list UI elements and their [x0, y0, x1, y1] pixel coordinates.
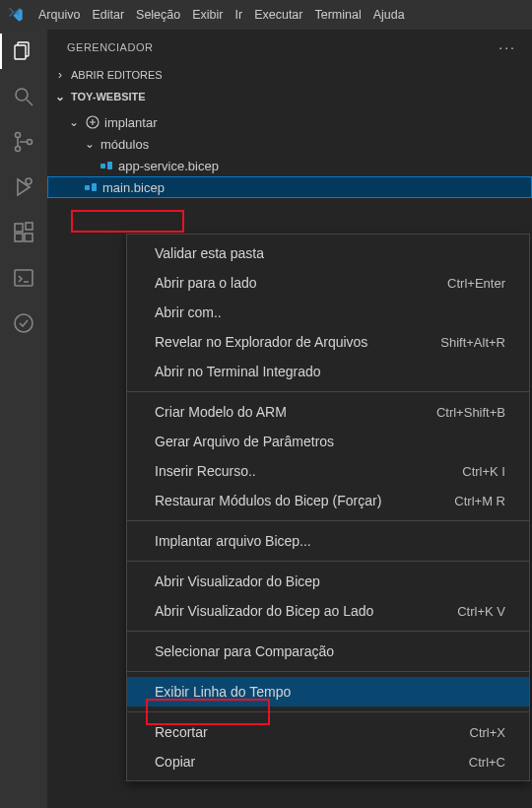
menu-executar[interactable]: Executar: [249, 5, 307, 25]
context-menu-item[interactable]: RecortarCtrl+X: [127, 717, 529, 747]
menu-arquivo[interactable]: Arquivo: [33, 5, 85, 25]
context-menu-item[interactable]: CopiarCtrl+C: [127, 747, 529, 776]
svg-rect-17: [85, 185, 90, 190]
svg-rect-1: [15, 45, 26, 59]
svg-point-13: [15, 314, 33, 332]
explorer-header: GERENCIADOR ···: [47, 30, 532, 64]
activity-bar: [0, 30, 47, 808]
keyboard-shortcut: Ctrl+Enter: [447, 276, 505, 291]
run-debug-icon[interactable]: [10, 173, 37, 201]
open-editors-section[interactable]: › ABRIR EDITORES: [47, 64, 532, 86]
context-menu-item[interactable]: Revelar no Explorador de ArquivosShift+A…: [127, 327, 529, 357]
context-menu-item[interactable]: Selecionar para Comparação: [127, 637, 529, 666]
folder-label: implantar: [104, 115, 157, 130]
chevron-right-icon: ›: [53, 68, 67, 82]
context-menu: Validar esta pastaAbrir para o ladoCtrl+…: [126, 234, 530, 781]
check-circle-icon[interactable]: [10, 309, 37, 337]
context-menu-label: Abrir com..: [155, 304, 222, 320]
chevron-down-icon: ⌄: [83, 137, 97, 151]
context-menu-label: Restaurar Módulos do Bicep (Forçar): [155, 493, 381, 508]
menu-editar[interactable]: Editar: [87, 5, 129, 25]
context-menu-label: Inserir Recurso..: [155, 463, 256, 479]
context-menu-item[interactable]: Abrir com..: [127, 298, 529, 327]
context-menu-item[interactable]: Gerar Arquivo de Parâmetros: [127, 427, 529, 456]
context-menu-item[interactable]: Exibir Linha do Tempo: [127, 677, 529, 707]
context-menu-label: Abrir para o lado: [155, 275, 257, 291]
explorer-icon[interactable]: [10, 37, 37, 65]
file-main-bicep[interactable]: main.bicep: [47, 176, 532, 198]
context-menu-item[interactable]: Abrir Visualizador do Bicep ao LadoCtrl+…: [127, 596, 529, 626]
menu-ir[interactable]: Ir: [231, 5, 248, 25]
context-menu-label: Abrir Visualizador do Bicep ao Lado: [155, 603, 373, 619]
svg-rect-18: [92, 183, 97, 191]
svg-rect-10: [25, 234, 33, 241]
chevron-down-icon: ⌄: [67, 115, 81, 129]
context-menu-separator: [127, 391, 529, 392]
file-label: main.bicep: [102, 180, 165, 195]
chevron-down-icon: ⌄: [53, 90, 67, 103]
keyboard-shortcut: Ctrl+M R: [454, 494, 505, 508]
context-menu-item[interactable]: Validar esta pasta: [127, 238, 529, 268]
context-menu-item[interactable]: Abrir Visualizador do Bicep: [127, 567, 529, 596]
keyboard-shortcut: Ctrl+K V: [457, 604, 505, 619]
keyboard-shortcut: Ctrl+K I: [462, 464, 505, 479]
extensions-icon[interactable]: [10, 219, 37, 246]
context-menu-item[interactable]: Restaurar Módulos do Bicep (Forçar)Ctrl+…: [127, 486, 529, 515]
keyboard-shortcut: Ctrl+Shift+B: [436, 405, 505, 420]
svg-point-5: [16, 147, 21, 152]
folder-label: módulos: [100, 137, 149, 152]
folder-implantar[interactable]: ⌄ implantar: [47, 111, 532, 133]
menu-exibir[interactable]: Exibir: [187, 5, 228, 25]
folder-modulos[interactable]: ⌄ módulos: [47, 133, 532, 155]
svg-rect-9: [15, 234, 23, 241]
context-menu-separator: [127, 631, 529, 632]
bicep-file-icon: [99, 158, 114, 173]
svg-rect-12: [15, 270, 33, 286]
svg-point-4: [16, 133, 21, 138]
context-menu-label: Abrir no Terminal Integrado: [155, 364, 321, 379]
svg-line-3: [27, 100, 33, 105]
search-icon[interactable]: [10, 83, 37, 110]
context-menu-label: Implantar arquivo Bicep...: [155, 533, 311, 549]
bicep-file-icon: [83, 179, 99, 195]
file-app-service[interactable]: app-service.bicep: [47, 155, 532, 176]
keyboard-shortcut: Ctrl+C: [469, 755, 505, 770]
source-control-icon[interactable]: [10, 128, 37, 156]
context-menu-item[interactable]: Abrir no Terminal Integrado: [127, 357, 529, 386]
context-menu-label: Copiar: [155, 754, 195, 770]
context-menu-item[interactable]: Inserir Recurso..Ctrl+K I: [127, 456, 529, 486]
workspace-label: TOY-WEBSITE: [71, 91, 146, 102]
context-menu-separator: [127, 671, 529, 672]
titlebar: Arquivo Editar Seleção Exibir Ir Executa…: [0, 0, 532, 30]
context-menu-label: Validar esta pasta: [155, 245, 264, 261]
context-menu-item[interactable]: Implantar arquivo Bicep...: [127, 526, 529, 556]
explorer-title: GERENCIADOR: [67, 41, 153, 53]
context-menu-item[interactable]: Criar Modelo do ARMCtrl+Shift+B: [127, 397, 529, 427]
terminal-panel-icon[interactable]: [10, 264, 37, 292]
context-menu-separator: [127, 561, 529, 562]
context-menu-label: Exibir Linha do Tempo: [155, 684, 291, 700]
file-label: app-service.bicep: [118, 159, 219, 173]
menu-selecao[interactable]: Seleção: [131, 5, 185, 25]
svg-rect-15: [100, 164, 105, 168]
keyboard-shortcut: Ctrl+X: [470, 725, 505, 740]
svg-point-2: [16, 89, 28, 101]
keyboard-shortcut: Shift+Alt+R: [440, 335, 505, 350]
svg-point-6: [28, 140, 33, 145]
vscode-logo-icon: [8, 7, 24, 23]
menu-terminal[interactable]: Terminal: [309, 5, 366, 25]
context-menu-label: Selecionar para Comparação: [155, 643, 334, 659]
svg-rect-11: [26, 223, 33, 230]
context-menu-label: Gerar Arquivo de Parâmetros: [155, 434, 334, 449]
context-menu-label: Revelar no Explorador de Arquivos: [155, 334, 367, 350]
menubar: Arquivo Editar Seleção Exibir Ir Executa…: [33, 5, 410, 25]
svg-point-7: [26, 178, 32, 184]
menu-ajuda[interactable]: Ajuda: [368, 5, 410, 25]
context-menu-label: Recortar: [155, 724, 208, 740]
workspace-section[interactable]: ⌄ TOY-WEBSITE: [47, 86, 532, 107]
context-menu-separator: [127, 520, 529, 521]
context-menu-item[interactable]: Abrir para o ladoCtrl+Enter: [127, 268, 529, 298]
more-actions-icon[interactable]: ···: [499, 39, 516, 55]
open-editors-label: ABRIR EDITORES: [71, 69, 163, 81]
svg-rect-8: [15, 224, 23, 232]
